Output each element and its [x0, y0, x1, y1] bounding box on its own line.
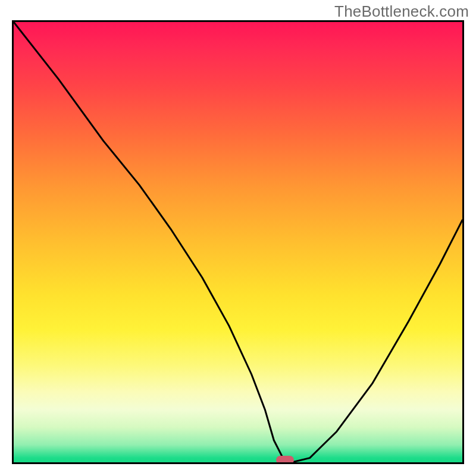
bottleneck-curve — [14, 22, 462, 462]
plot-area — [12, 20, 464, 464]
optimal-point-marker — [276, 456, 294, 464]
watermark-text: TheBottleneck.com — [334, 2, 469, 21]
chart-frame: TheBottleneck.com — [0, 0, 476, 476]
